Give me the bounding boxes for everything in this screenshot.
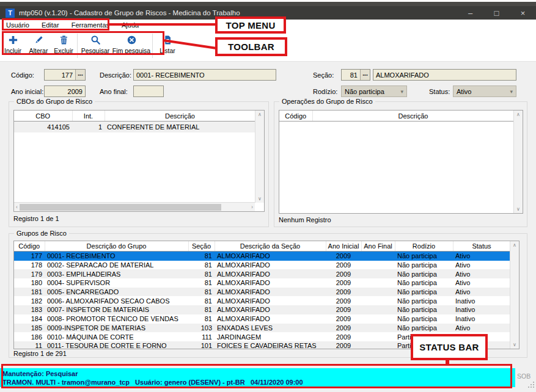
table-row[interactable]: 1820006- ALMOXARIFADO SECAO CABOS81ALMOX…	[14, 296, 510, 305]
table-cell: 0008- PROMOTOR TÉCNICO DE VENDAS	[45, 314, 188, 324]
secao-code-field[interactable]: 81 •••	[341, 69, 370, 81]
secao-desc-field[interactable]: ALMOXARIFADO	[373, 69, 516, 81]
scrollbar-thumb[interactable]	[20, 204, 221, 211]
maximize-button[interactable]: □	[483, 6, 510, 20]
table-cell: 2009	[326, 305, 361, 314]
operacoes-vertical-scrollbar[interactable]: ∧ ∨	[513, 111, 523, 213]
table-cell: 0010- MÁQUINA DE CORTE	[45, 332, 188, 341]
table-cell: 101	[188, 341, 215, 349]
table-cell: Inativo	[453, 296, 510, 305]
status-bar-annotation-connector	[446, 360, 449, 365]
table-cell: Não participa	[395, 288, 453, 297]
status-line-connection: TRAMON. MULTI - tramon@murano_tcp Usuári…	[2, 378, 515, 387]
listar-button[interactable]: Listar	[154, 31, 181, 61]
status-select[interactable]: Ativo ▾	[453, 85, 516, 97]
pesquisar-button[interactable]: Pesquisar	[79, 31, 112, 61]
menu-editar[interactable]: Editar	[35, 20, 65, 31]
table-cell: Não participa	[395, 269, 453, 278]
table-cell: ALMOXARIFADO	[215, 252, 326, 261]
table-cell: CONFERENTE DE MATERIAL	[105, 122, 255, 133]
cbos-horizontal-scrollbar[interactable]: ‹ ›	[14, 202, 255, 211]
column-header[interactable]: Descrição da Seção	[215, 241, 326, 252]
cbos-vertical-scrollbar[interactable]: ∧ ∨	[255, 111, 264, 203]
grupos-vertical-scrollbar[interactable]: ∧ ∨	[510, 241, 519, 349]
column-header[interactable]: Int.	[72, 111, 105, 122]
column-header[interactable]: CBO	[14, 111, 72, 122]
table-header-row: Código Descrição	[279, 111, 514, 122]
secao-label: Seção:	[313, 71, 334, 79]
table-row[interactable]: 1770001- RECEBIMENTO81ALMOXARIFADO2009Nã…	[14, 252, 510, 261]
sob-label: SOB	[517, 372, 530, 380]
app-window: T mtp050 (v.1.20) - Cadastro de Grupo de…	[0, 0, 536, 392]
table-row[interactable]: 1800004- SUPERVISOR81ALMOXARIFADO2009Não…	[14, 278, 510, 288]
codigo-label: Código:	[11, 71, 34, 79]
fim-pesquisa-button[interactable]: Fim pesquisa	[112, 31, 151, 61]
table-cell: 81	[188, 305, 215, 314]
scroll-left-icon: ‹	[16, 204, 18, 210]
table-cell: 0007- INSPETOR DE MATERIAIS	[45, 305, 188, 314]
table-row[interactable]: 1810005- ENCARREGADO81ALMOXARIFADO2009Nã…	[14, 288, 510, 297]
incluir-button[interactable]: Incluir	[0, 31, 26, 61]
grupos-grid: Código Descrição do Grupo Seção Descriçã…	[13, 241, 519, 349]
table-cell: 2009	[326, 341, 361, 349]
resize-grip[interactable]	[527, 380, 535, 391]
table-cell: Não participa	[395, 314, 453, 324]
column-header[interactable]: Descrição	[312, 111, 514, 122]
column-header[interactable]: Status	[453, 241, 510, 252]
pencil-icon	[34, 34, 44, 46]
magnifier-icon	[90, 34, 101, 46]
chevron-down-icon: ▾	[510, 89, 513, 95]
table-cell: 2009	[326, 332, 361, 341]
table-cell: 81	[188, 296, 215, 305]
table-row[interactable]: 1850009-INSPETOR DE MATERIAS103ENXADAS L…	[14, 324, 510, 333]
column-header[interactable]: Descrição do Grupo	[45, 241, 188, 252]
background-window-remnant	[0, 2, 536, 6]
toolbar-separator	[152, 34, 153, 58]
excluir-button[interactable]: Excluir	[51, 31, 76, 61]
table-cell: Inativo	[453, 305, 510, 314]
column-header[interactable]: Ano Final	[361, 241, 395, 252]
table-row[interactable]: 1840008- PROMOTOR TÉCNICO DE VENDAS81ALM…	[14, 314, 510, 324]
descricao-field[interactable]: 0001- RECEBIMENTO	[133, 69, 276, 81]
codigo-ellipsis-button[interactable]: •••	[75, 70, 85, 80]
cbos-groupbox-title: CBOs do Grupo de Risco	[14, 98, 95, 105]
alterar-button[interactable]: Alterar	[26, 31, 51, 61]
table-cell: 184	[14, 314, 45, 324]
table-cell: JARDINAGEM	[215, 332, 326, 341]
column-header[interactable]: Descrição	[105, 111, 255, 122]
secao-ellipsis-button[interactable]: •••	[360, 70, 370, 80]
ano-final-field[interactable]	[133, 85, 164, 97]
table-cell	[361, 261, 395, 270]
table-cell: 2009	[326, 278, 361, 288]
table-row[interactable]: 1780002- SEPARACAO DE MATERIAL81ALMOXARI…	[14, 261, 510, 270]
menu-usuario[interactable]: Usuário	[0, 20, 35, 31]
table-cell: 179	[14, 269, 45, 278]
alterar-label: Alterar	[29, 47, 48, 54]
ano-inicial-field[interactable]: 2009	[44, 85, 86, 97]
table-row[interactable]: 1790003- EMPILHADEIRAS81ALMOXARIFADO2009…	[14, 269, 510, 278]
close-button[interactable]: ×	[510, 6, 536, 20]
column-header[interactable]: Seção	[188, 241, 215, 252]
table-cell: Não participa	[395, 324, 453, 333]
table-row[interactable]: 1830007- INSPETOR DE MATERIAIS81ALMOXARI…	[14, 305, 510, 314]
status-label: Status:	[429, 88, 450, 95]
codigo-value: 177	[45, 71, 75, 79]
table-cell: 2009	[326, 324, 361, 333]
minimize-button[interactable]: –	[457, 6, 483, 20]
status-line-maintenance: Manutenção: Pesquisar	[2, 369, 515, 378]
menu-ferramentas[interactable]: Ferramentas	[65, 20, 116, 31]
table-row[interactable]: 4141051CONFERENTE DE MATERIAL	[14, 122, 255, 133]
codigo-field[interactable]: 177 •••	[44, 69, 86, 81]
grupos-record-count: Registro 1 de 291	[13, 350, 67, 357]
column-header[interactable]: Código	[279, 111, 312, 122]
column-header[interactable]: Ano Inicial	[326, 241, 361, 252]
table-cell: Não participa	[395, 261, 453, 270]
table-cell: 103	[188, 324, 215, 333]
column-header[interactable]: Rodízio	[395, 241, 453, 252]
column-header[interactable]: Código	[14, 241, 45, 252]
status-value: Ativo	[457, 88, 471, 95]
table-cell: 1	[72, 122, 105, 133]
table-cell	[361, 296, 395, 305]
ano-final-label: Ano final:	[100, 88, 128, 95]
rodizio-select[interactable]: Não participa ▾	[341, 85, 407, 97]
